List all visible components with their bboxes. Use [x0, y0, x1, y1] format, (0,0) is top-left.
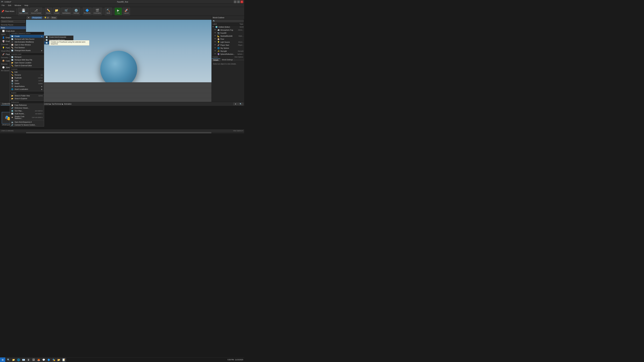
connect-source-label: Connect To Source Control...	[14, 124, 42, 126]
mesh-type: Static...	[238, 35, 244, 37]
lit-button[interactable]: 💡 Lit	[43, 16, 50, 19]
ctx-item-open-external[interactable]: ✏️ Open in External Editor	[10, 64, 44, 67]
sky-label: Sky Sphere	[220, 47, 243, 49]
breadcrumb-daztounreal[interactable]: DazToUnreal	[52, 103, 62, 105]
blueprints-button[interactable]: 🔷 Blueprints	[83, 7, 92, 15]
play-button[interactable]: ▶ Play	[114, 7, 122, 15]
cinematics-button[interactable]: 🎬 Cinematics	[92, 7, 102, 15]
outliner-item-sky-sphere[interactable]: 👁 🌐 Sky Sphere	[212, 46, 244, 50]
menu-window[interactable]: Window	[14, 4, 22, 7]
ctx-item-size-map[interactable]: 🗺️ Size Map... Alt+Shift+M	[10, 109, 44, 112]
copy-ref-label: Copy Reference	[14, 104, 42, 106]
point-light-icon: 💡	[2, 46, 5, 49]
content-button[interactable]: 📁 Content	[53, 7, 60, 15]
ctx-item-duplicate[interactable]: 📋 Duplicate Ctrl+W	[10, 76, 44, 79]
visibility-icon-light[interactable]: 👁	[214, 41, 217, 43]
viewport-type-button[interactable]: ▼	[27, 16, 31, 19]
ctx-item-find-skeleton[interactable]: 🦴 Find Skeleton	[10, 46, 44, 49]
build-button[interactable]: 🔨 Build	[105, 7, 112, 15]
outliner-item-floor[interactable]: 👁 🏠 Floor	[212, 37, 244, 40]
cinematics-label: Cinematics	[94, 12, 101, 14]
visibility-icon-mesh[interactable]: 👁	[214, 35, 217, 37]
visibility-icon-player[interactable]: 👁	[214, 44, 217, 46]
visibility-icon-reflect[interactable]: 👁	[214, 53, 217, 55]
perspective-button[interactable]: Perspective	[31, 16, 42, 19]
ctx-item-reimport[interactable]: 🔄 Reimport	[10, 56, 44, 58]
toolbar-separator-1	[16, 8, 17, 14]
ctx-item-delete[interactable]: 🗑️ Delete Delete	[10, 82, 44, 85]
ctx-item-show-folder[interactable]: 📂 Show in Folder View Ctrl+B	[10, 94, 44, 97]
outliner-item-light-source[interactable]: 👁 💡 Light Source Direct...	[212, 40, 244, 43]
floor-icon: 🏠	[217, 38, 220, 40]
visibility-icon-sky[interactable]: 👁	[214, 47, 217, 49]
ctx-item-audit[interactable]: 📊 Audit Assets... Alt+Shift+A	[10, 112, 44, 115]
menu-edit[interactable]: Edit	[8, 4, 12, 7]
show-button[interactable]: Show	[50, 16, 57, 19]
sphere-icon: ⚪	[2, 66, 5, 69]
ctx-item-copy-ref[interactable]: 📋 Copy Reference	[10, 104, 44, 107]
ctx-item-connect-source[interactable]: 🔗 Connect To Source Control...	[10, 123, 44, 126]
outliner-item-skylight[interactable]: 👁 ✨ SkyLight SkyLight	[212, 50, 244, 53]
ctx-item-reimport-new-file[interactable]: 🔄 Reimport With New File	[10, 58, 44, 61]
outliner-item-world[interactable]: 👁 🌍 Untitled (Editor) World	[212, 25, 244, 28]
ctx-item-rename[interactable]: ✏️ Rename F2	[10, 73, 44, 76]
minimize-button[interactable]: ─	[234, 0, 236, 3]
outliner-item-atm-fog[interactable]: 👁 ☁️ Atmospheric Fog Atmos...	[212, 28, 244, 31]
settings-button[interactable]: ⚙️ Settings	[72, 7, 80, 15]
sub-item-anim-composite[interactable]: 🔄 Create AnimComposite	[44, 36, 73, 38]
visibility-icon-skylight[interactable]: 👁	[214, 50, 217, 52]
marketplace-button[interactable]: 🛒 Marketplace	[61, 7, 72, 15]
place-search-input[interactable]	[1, 20, 25, 23]
ctx-item-asset-localization[interactable]: 🌐 Asset Localization ▶	[10, 88, 44, 91]
content-view-options[interactable]: View Options ▾	[233, 130, 243, 132]
ctx-item-open-window[interactable]: 🪟 Open in New Window	[10, 43, 44, 46]
maximize-button[interactable]: □	[237, 0, 240, 3]
outliner-title: World Outliner	[213, 16, 224, 18]
show-folder-shortcut: Ctrl+B	[38, 95, 42, 97]
category-basic[interactable]: Basic	[0, 26, 26, 29]
view-options-link[interactable]: View Options	[234, 56, 243, 58]
content-settings-button[interactable]: ⚙	[233, 103, 238, 105]
category-recently-placed[interactable]: Recently Placed	[0, 23, 26, 26]
ctx-item-asset-actions[interactable]: 🎬 Asset Actions ▶	[10, 85, 44, 88]
ctx-item-shader-cook[interactable]: 🍳 Shader Cook Statistics... Ctrl+Alt+Shi…	[10, 115, 44, 120]
tooltip-text: Creates an PoseAsset using the selected …	[51, 41, 85, 45]
ctx-item-ref-viewer[interactable]: 🔗 Reference Viewer...	[10, 107, 44, 109]
ctx-item-edit[interactable]: ✏️ Edit	[10, 71, 44, 73]
connect-source-icon: 🔗	[11, 124, 14, 126]
source-control-button[interactable]: ⎇ Source Control	[30, 7, 42, 15]
ctx-item-retarget[interactable]: 🔄 Retarget Anim Assets ▶	[10, 49, 44, 52]
ctx-item-save[interactable]: 💾 Save Ctrl+S	[10, 79, 44, 82]
save-current-button[interactable]: 💾 Save Current	[18, 7, 29, 15]
modes-button[interactable]: ✏️ Modes	[45, 7, 52, 15]
duplicate-label: Duplicate	[14, 77, 37, 79]
menu-help[interactable]: Help	[24, 4, 29, 7]
ctx-item-reimport-new-source[interactable]: 🔄 Reimport with New Source	[10, 38, 44, 40]
create-label: Create	[14, 35, 40, 37]
menu-file[interactable]: File	[1, 4, 5, 7]
outliner-item-sphere-reflect[interactable]: 👁 🔮 SphereReflection... Sphere...	[212, 53, 244, 56]
outliner-item-player-start[interactable]: 👁 🚀 Player Start Player...	[212, 43, 244, 46]
content-search-button[interactable]: 🔍	[238, 103, 243, 105]
breadcrumb-animation[interactable]: Animation	[64, 103, 72, 105]
launch-button[interactable]: 🚀 Launch	[122, 7, 130, 15]
tab-world-settings[interactable]: World Settings	[220, 58, 235, 61]
outliner-search-input[interactable]	[212, 20, 244, 22]
visibility-icon-world[interactable]: 👁	[212, 26, 215, 28]
ctx-item-show-explorer[interactable]: 📂 Show in Explorer	[10, 97, 44, 100]
visibility-icon-floor[interactable]: 👁	[214, 38, 217, 40]
ctx-item-create[interactable]: 🔄 Create ▶	[10, 35, 44, 38]
visibility-icon-facear[interactable]: 👁	[214, 32, 217, 34]
visibility-icon-fog[interactable]: 👁	[214, 29, 217, 31]
settings-icon: ⚙️	[74, 9, 78, 12]
outliner-item-staticmesh[interactable]: 👁 📐 SkeletalMeshAlt Static...	[212, 34, 244, 37]
ctx-item-add-modifier[interactable]: ➕ Add Animation Modifier(s)	[10, 40, 44, 43]
ctx-item-open-source[interactable]: 📂 Open Source Location	[10, 61, 44, 64]
retarget-label: Retarget Anim Assets	[14, 50, 40, 51]
duplicate-icon: 📋	[11, 77, 14, 79]
ctx-item-open-anim-h[interactable]: 💻 Open AnimSequence.h	[10, 121, 44, 123]
play-icon: ▶	[117, 9, 120, 12]
close-button[interactable]: ✕	[240, 0, 243, 3]
outliner-item-facear[interactable]: 👁 📷 FaceAR	[212, 31, 244, 34]
tab-details[interactable]: Details	[212, 58, 220, 61]
